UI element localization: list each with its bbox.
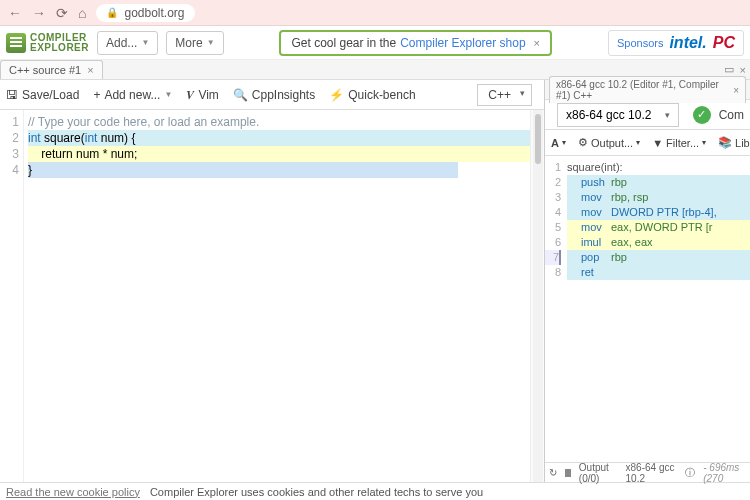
search-icon: 🔍	[233, 88, 248, 102]
code-area[interactable]: // Type your code here, or load an examp…	[24, 110, 530, 482]
add-label: Add...	[106, 36, 137, 50]
cookie-message: Compiler Explorer uses cookies and other…	[150, 486, 483, 498]
caret-icon: ▼	[164, 90, 172, 99]
asm-editor[interactable]: 12345678 square(int): pushrbp movrbp, rs…	[545, 156, 750, 462]
lock-icon: 🔒	[106, 7, 118, 18]
source-tab[interactable]: C++ source #1 ×	[0, 60, 103, 79]
asm-code[interactable]: square(int): pushrbp movrbp, rsp movDWOR…	[565, 156, 750, 462]
quickbench-button[interactable]: ⚡Quick-bench	[329, 88, 415, 102]
output-dropdown[interactable]: ⚙Output...▾	[578, 136, 640, 149]
asm-gutter: 12345678	[545, 156, 565, 462]
banner-link[interactable]: Compiler Explorer shop	[400, 36, 525, 50]
logo[interactable]: COMPILER EXPLORER	[6, 33, 89, 53]
sponsor-intel: intel.	[669, 34, 706, 52]
compiler-status-bar: ↻ Output (0/0) x86-64 gcc 10.2 ⓘ - 696ms…	[545, 462, 750, 482]
floppy-icon: 🖫	[6, 88, 18, 102]
nav-back-icon[interactable]: ←	[8, 5, 22, 21]
close-icon[interactable]: ×	[87, 64, 93, 76]
font-size-button[interactable]: A▾	[551, 137, 566, 149]
logo-icon	[6, 33, 26, 53]
logo-text-1: COMPILER	[30, 33, 89, 43]
output-indicator-icon	[565, 469, 571, 477]
status-compiler[interactable]: x86-64 gcc 10.2	[626, 462, 678, 484]
cookie-bar: Read the new cookie policy Compiler Expl…	[0, 482, 750, 500]
caret-icon: ▼	[141, 38, 149, 47]
close-icon[interactable]: ×	[740, 64, 746, 76]
compiler-tab[interactable]: x86-64 gcc 10.2 (Editor #1, Compiler #1)…	[549, 76, 746, 103]
filter-dropdown[interactable]: ▼Filter...▾	[652, 137, 706, 149]
cookie-policy-link[interactable]: Read the new cookie policy	[6, 486, 140, 498]
url-host: godbolt.org	[124, 6, 184, 20]
bolt-icon: ⚡	[329, 88, 344, 102]
shop-banner: Get cool gear in the Compiler Explorer s…	[232, 30, 600, 56]
more-label: More	[175, 36, 202, 50]
status-ok-icon: ✓	[693, 106, 711, 124]
close-icon[interactable]: ×	[733, 85, 739, 96]
banner-close-icon[interactable]: ×	[534, 37, 540, 49]
scrollbar-vertical[interactable]	[533, 110, 543, 482]
source-pane: 🖫Save/Load +Add new...▼ 𝑽Vim 🔍CppInsight…	[0, 80, 545, 482]
reload-icon[interactable]: ↻	[549, 467, 557, 478]
compiler-dropdown[interactable]: x86-64 gcc 10.2 ▾	[557, 103, 679, 127]
language-dropdown[interactable]: C++	[477, 84, 532, 106]
url-bar[interactable]: 🔒 godbolt.org	[96, 4, 194, 22]
vim-icon: 𝑽	[186, 88, 194, 102]
libraries-button[interactable]: 📚Libraries	[718, 136, 750, 149]
cppinsights-button[interactable]: 🔍CppInsights	[233, 88, 315, 102]
source-tab-label: C++ source #1	[9, 64, 81, 76]
info-icon[interactable]: ⓘ	[685, 466, 695, 480]
compiler-pane: x86-64 gcc 10.2 (Editor #1, Compiler #1)…	[545, 80, 750, 482]
compiler-toolbar: A▾ ⚙Output...▾ ▼Filter...▾ 📚Libraries	[545, 130, 750, 156]
nav-forward-icon[interactable]: →	[32, 5, 46, 21]
compiler-tabstrip: x86-64 gcc 10.2 (Editor #1, Compiler #1)…	[545, 80, 750, 100]
book-icon: 📚	[718, 136, 732, 149]
save-load-button[interactable]: 🖫Save/Load	[6, 88, 79, 102]
add-new-button[interactable]: +Add new...▼	[93, 88, 172, 102]
compiler-tab-label: x86-64 gcc 10.2 (Editor #1, Compiler #1)…	[556, 79, 729, 101]
browser-chrome: ← → ⟳ ⌂ 🔒 godbolt.org	[0, 0, 750, 26]
sponsors-label: Sponsors	[617, 37, 663, 49]
caret-icon: ▾	[636, 138, 640, 147]
sponsor-pc: PC	[713, 34, 735, 52]
gear-icon: ⚙	[578, 136, 588, 149]
source-editor[interactable]: 1234 // Type your code here, or load an …	[0, 110, 544, 482]
output-status[interactable]: Output (0/0)	[579, 462, 618, 484]
line-gutter: 1234	[0, 110, 24, 482]
sponsors-box[interactable]: Sponsors intel. PC	[608, 30, 744, 56]
nav-reload-icon[interactable]: ⟳	[56, 5, 68, 21]
filter-icon: ▼	[652, 137, 663, 149]
more-dropdown[interactable]: More▼	[166, 31, 223, 55]
status-time: - 696ms (270	[703, 462, 746, 484]
source-toolbar: 🖫Save/Load +Add new...▼ 𝑽Vim 🔍CppInsight…	[0, 80, 544, 110]
vim-button[interactable]: 𝑽Vim	[186, 88, 218, 102]
nav-home-icon[interactable]: ⌂	[78, 5, 86, 21]
caret-icon: ▼	[207, 38, 215, 47]
banner-text: Get cool gear in the	[291, 36, 396, 50]
window-icon[interactable]: ▭	[724, 63, 734, 76]
logo-text-2: EXPLORER	[30, 43, 89, 53]
compiler-header: x86-64 gcc 10.2 ▾ ✓ Com	[545, 100, 750, 130]
top-bar: COMPILER EXPLORER Add...▼ More▼ Get cool…	[0, 26, 750, 60]
caret-icon: ▾	[702, 138, 706, 147]
add-dropdown[interactable]: Add...▼	[97, 31, 158, 55]
compile-button[interactable]: Com	[719, 108, 744, 122]
caret-icon: ▾	[562, 138, 566, 147]
plus-icon: +	[93, 88, 100, 102]
caret-icon: ▾	[665, 110, 670, 120]
